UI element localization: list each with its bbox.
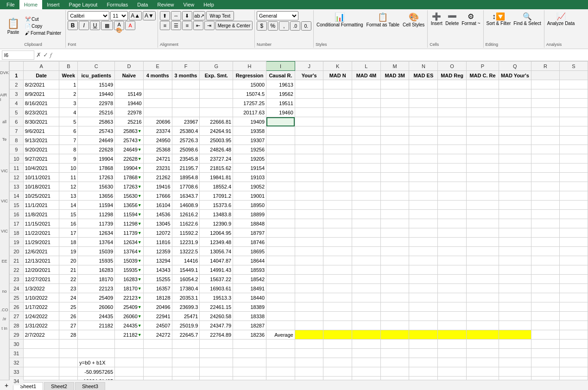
cell-r33-c3[interactable] [115, 367, 144, 377]
tab-view[interactable]: View [179, 0, 199, 9]
cell-r25-c17[interactable] [531, 293, 559, 302]
cell-r20-c6[interactable]: 13056.74 [200, 247, 233, 256]
cell-r6-c4[interactable]: 20696 [143, 117, 172, 126]
cell-r16-c16[interactable] [499, 210, 531, 219]
cell-r19-c9[interactable] [295, 238, 323, 247]
cell-r23-c3[interactable]: 16283▼ [115, 275, 144, 284]
cell-r2-c11[interactable] [352, 80, 381, 89]
cell-r13-c17[interactable] [531, 182, 559, 191]
cell-r12-c11[interactable] [352, 173, 381, 182]
cell-r17-c5[interactable]: 11622.6 [172, 219, 200, 228]
cell-r30-c4[interactable] [143, 340, 172, 349]
cell-r25-c8[interactable] [266, 293, 295, 302]
cell-r12-c8[interactable] [266, 173, 295, 182]
cell-r18-c17[interactable] [531, 228, 559, 238]
cell-r18-c7[interactable]: 18797 [233, 228, 266, 238]
cell-r13-c8[interactable] [266, 182, 295, 191]
cell-r5-c5[interactable] [172, 108, 200, 117]
find-select-button[interactable]: 🔍 Find & Select [512, 11, 542, 27]
cell-r12-c5[interactable]: 18954.8 [172, 173, 200, 182]
cell-r14-c15[interactable] [467, 191, 499, 201]
cell-r17-c3[interactable]: 11298▼ [115, 219, 144, 228]
insert-button[interactable]: ➕ Insert [430, 11, 443, 27]
cell-r22-c5[interactable]: 15449.1 [172, 265, 200, 275]
cell-r31-c2[interactable] [78, 349, 115, 358]
align-left-button[interactable]: ≡ [160, 21, 170, 30]
cell-r24-c10[interactable] [323, 284, 352, 293]
cell-r30-c5[interactable] [172, 340, 200, 349]
cell-r23-c7[interactable]: 18542 [233, 275, 266, 284]
cell-r8-c16[interactable] [499, 136, 531, 145]
cell-r31-c4[interactable] [143, 349, 172, 358]
cell-r13-c16[interactable] [499, 182, 531, 191]
cell-r17-c2[interactable]: 11739 [78, 219, 115, 228]
cell-r17-c8[interactable] [266, 219, 295, 228]
cell-r8-c0[interactable]: 9/13/2021 [23, 136, 59, 145]
cell-r7-c18[interactable] [559, 126, 588, 136]
cell-r24-c14[interactable] [438, 284, 467, 293]
cell-r15-c11[interactable] [352, 201, 381, 210]
cell-r6-c10[interactable] [323, 117, 352, 126]
cell-r12-c1[interactable]: 11 [59, 173, 78, 182]
cell-r17-c15[interactable] [467, 219, 499, 228]
increase-decimal-button[interactable]: 0. [301, 21, 311, 31]
cell-r30-c8[interactable] [266, 340, 295, 349]
cell-r30-c2[interactable] [78, 340, 115, 349]
tab-page-layout[interactable]: Page Layout [64, 0, 102, 9]
cell-r13-c10[interactable] [323, 182, 352, 191]
cell-r27-c2[interactable]: 24435 [78, 312, 115, 321]
cell-r31-c6[interactable] [200, 349, 233, 358]
cell-r4-c8[interactable]: 19511 [266, 99, 295, 108]
cell-r10-c3[interactable]: 22628▼ [115, 154, 144, 164]
cell-r16-c2[interactable]: 11298 [78, 210, 115, 219]
cell-r3-c0[interactable]: 8/9/2021 [23, 89, 59, 99]
cell-r12-c2[interactable]: 17263 [78, 173, 115, 182]
cell-r22-c10[interactable] [323, 265, 352, 275]
cell-r33-c1[interactable] [59, 367, 78, 377]
cell-r24-c1[interactable]: 23 [59, 284, 78, 293]
cell-r20-c18[interactable] [559, 247, 588, 256]
cell-r15-c8[interactable] [266, 201, 295, 210]
cell-r30-c11[interactable] [352, 340, 381, 349]
cell-r13-c6[interactable]: 18552.4 [200, 182, 233, 191]
cell-r31-c17[interactable] [531, 349, 559, 358]
cell-r12-c12[interactable] [380, 173, 409, 182]
cell-r32-c10[interactable] [323, 358, 352, 367]
cell-r11-c13[interactable] [409, 164, 438, 173]
font-size-select[interactable]: 11 [110, 11, 128, 20]
cell-r27-c7[interactable]: 18338 [233, 312, 266, 321]
cell-r10-c6[interactable]: 23727.24 [200, 154, 233, 164]
cell-r10-c18[interactable] [559, 154, 588, 164]
cell-r17-c7[interactable]: 18848 [233, 219, 266, 228]
cell-r24-c5[interactable]: 17380.4 [172, 284, 200, 293]
decrease-indent-button[interactable]: ⇤ [193, 21, 203, 30]
cell-r2-c1[interactable]: 1 [59, 80, 78, 89]
cell-r3-c3[interactable]: 15149 [115, 89, 144, 99]
cell-r6-c17[interactable] [531, 117, 559, 126]
cell-r12-c0[interactable]: 10/11/2021 [23, 173, 59, 182]
header-cell-2[interactable]: icu_patients [78, 71, 115, 80]
cell-r5-c11[interactable] [352, 108, 381, 117]
cell-r19-c11[interactable] [352, 238, 381, 247]
cell-r14-c0[interactable]: 10/25/2021 [23, 191, 59, 201]
cell-r7-c12[interactable] [380, 126, 409, 136]
cell-r25-c11[interactable] [352, 293, 381, 302]
cell-r15-c9[interactable] [295, 201, 323, 210]
cell-r31-c5[interactable] [172, 349, 200, 358]
col-header-m[interactable]: M [380, 62, 409, 71]
cell-r33-c13[interactable] [409, 367, 438, 377]
cell-r28-c15[interactable] [467, 321, 499, 330]
cell-r28-c6[interactable]: 24347.79 [200, 321, 233, 330]
cell-r29-c9[interactable] [295, 330, 323, 340]
cell-r18-c15[interactable] [467, 228, 499, 238]
tab-formulas[interactable]: Formulas [102, 0, 133, 9]
cell-r17-c4[interactable]: 13045 [143, 219, 172, 228]
cell-r2-c3[interactable] [115, 80, 144, 89]
cell-r30-c18[interactable] [559, 340, 588, 349]
cell-r21-c17[interactable] [531, 256, 559, 265]
cell-r12-c18[interactable] [559, 173, 588, 182]
cell-r29-c11[interactable] [352, 330, 381, 340]
cell-r6-c5[interactable]: 23967 [172, 117, 200, 126]
tab-insert[interactable]: Insert [42, 0, 64, 9]
cell-r30-c9[interactable] [295, 340, 323, 349]
